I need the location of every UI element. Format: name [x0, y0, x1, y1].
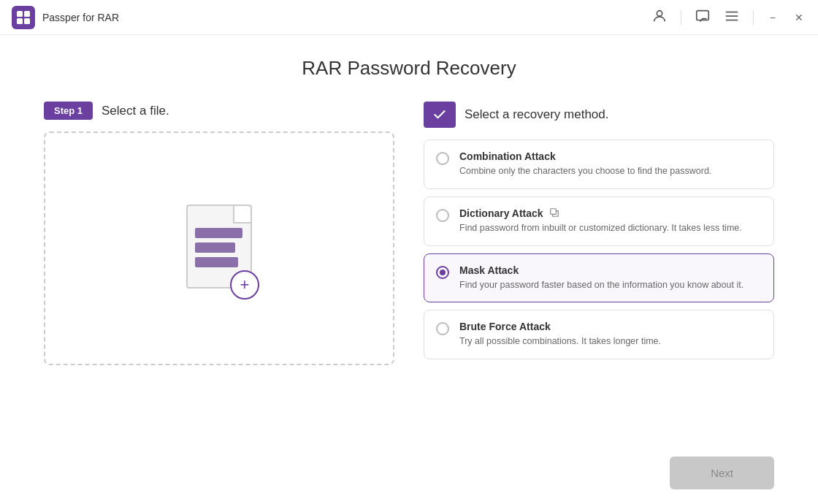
step2-check-badge: [424, 102, 456, 128]
option-mask-title: Mask Attack: [459, 264, 762, 276]
rar-bar-3: [195, 257, 238, 267]
radio-dictionary[interactable]: [436, 209, 449, 222]
option-combination-text: Combination Attack Combine only the char…: [459, 150, 762, 178]
file-drop-zone[interactable]: +: [44, 131, 394, 365]
window-controls: − ✕: [651, 8, 806, 26]
radio-mask[interactable]: [436, 266, 449, 279]
rar-bar-1: [195, 228, 242, 238]
minimize-button[interactable]: −: [767, 9, 779, 26]
option-dictionary-desc: Find password from inbuilt or customized…: [459, 221, 762, 235]
recovery-options: Combination Attack Combine only the char…: [424, 140, 774, 359]
main-content: RAR Password Recovery Step 1 Select a fi…: [0, 35, 818, 448]
footer: Next: [0, 448, 818, 504]
rar-bars: [195, 228, 242, 267]
option-dictionary-text: Dictionary Attack Find password from inb…: [459, 207, 762, 235]
svg-rect-3: [24, 18, 30, 24]
next-button[interactable]: Next: [670, 457, 774, 489]
option-mask[interactable]: Mask Attack Find your password faster ba…: [424, 253, 774, 303]
radio-mask-inner: [440, 270, 446, 275]
svg-rect-0: [17, 11, 23, 17]
svg-rect-9: [550, 209, 556, 215]
option-brute-text: Brute Force Attack Try all possible comb…: [459, 321, 762, 348]
option-dictionary[interactable]: Dictionary Attack Find password from inb…: [424, 196, 774, 246]
dictionary-external-icon: [549, 207, 559, 219]
account-icon[interactable]: [651, 8, 668, 26]
option-brute[interactable]: Brute Force Attack Try all possible comb…: [424, 310, 774, 359]
title-bar: Passper for RAR − ✕: [0, 0, 818, 35]
right-panel: Select a recovery method. Combination At…: [424, 102, 774, 433]
page-title: RAR Password Recovery: [302, 57, 516, 80]
page-fold: [234, 206, 251, 222]
close-button[interactable]: ✕: [792, 9, 806, 26]
menu-icon[interactable]: [724, 8, 740, 26]
radio-combination[interactable]: [436, 152, 449, 165]
step1-badge: Step 1: [44, 102, 93, 120]
divider: [681, 10, 681, 25]
option-mask-desc: Find your password faster based on the i…: [459, 278, 762, 292]
option-brute-title: Brute Force Attack: [459, 321, 762, 332]
option-combination[interactable]: Combination Attack Combine only the char…: [424, 140, 774, 189]
option-mask-text: Mask Attack Find your password faster ba…: [459, 264, 762, 292]
svg-rect-2: [17, 18, 23, 24]
chat-icon[interactable]: [695, 8, 711, 26]
left-panel: Step 1 Select a file. +: [44, 102, 394, 433]
step2-label: Select a recovery method.: [465, 107, 608, 122]
radio-brute[interactable]: [436, 322, 449, 335]
rar-file-icon: +: [179, 197, 259, 299]
add-file-button[interactable]: +: [230, 270, 259, 299]
step1-label: Select a file.: [102, 104, 169, 118]
divider2: [753, 10, 754, 25]
app-title: Passper for RAR: [42, 12, 651, 23]
step2-header: Select a recovery method.: [424, 102, 774, 128]
step1-header: Step 1 Select a file.: [44, 102, 394, 120]
svg-rect-1: [24, 11, 30, 17]
svg-point-4: [657, 11, 662, 16]
rar-bar-2: [195, 243, 235, 253]
app-logo: [12, 6, 35, 29]
option-brute-desc: Try all possible combinations. It takes …: [459, 335, 762, 348]
option-combination-title: Combination Attack: [459, 150, 762, 162]
option-combination-desc: Combine only the characters you choose t…: [459, 164, 762, 178]
content-area: Step 1 Select a file. +: [44, 102, 774, 433]
option-dictionary-title: Dictionary Attack: [459, 207, 762, 219]
